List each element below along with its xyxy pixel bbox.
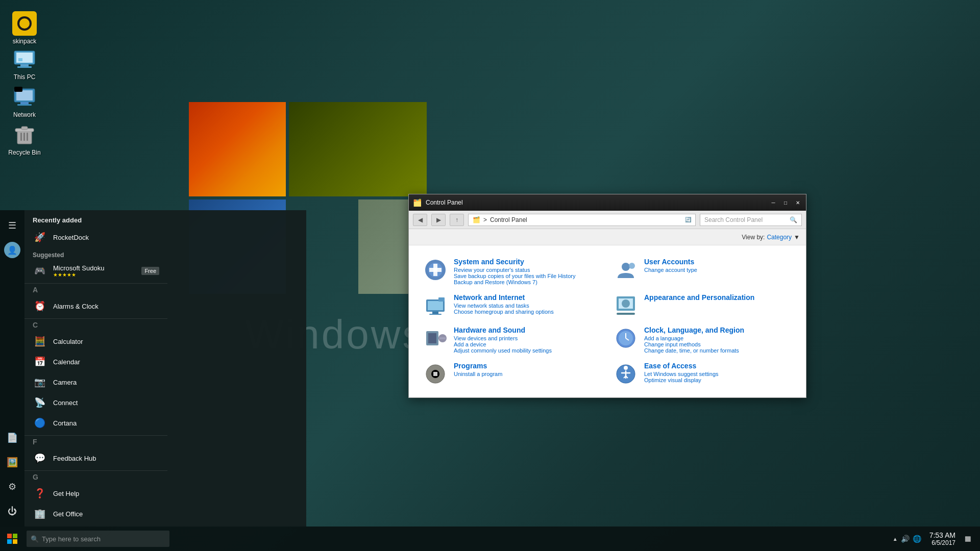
svg-rect-22 [429, 268, 442, 272]
taskbar-volume-icon[interactable]: 🔊 [901, 535, 910, 543]
cp-viewby-chevron[interactable]: ▼ [794, 234, 800, 241]
ease-access-link1[interactable]: Let Windows suggest settings [644, 371, 792, 377]
system-security-link1[interactable]: Review your computer's status [454, 267, 601, 273]
start-app-get-office[interactable]: 🏢 Get Office [24, 504, 167, 524]
desktop-icon-recycle-bin[interactable]: Recycle Bin [4, 120, 45, 158]
get-help-icon: ❓ [33, 486, 47, 500]
start-app-alarms[interactable]: ⏰ Alarms & Clock [24, 296, 167, 316]
programs-title[interactable]: Programs [454, 362, 601, 370]
ease-access-title[interactable]: Ease of Access [644, 362, 792, 370]
hardware-link1[interactable]: View devices and printers [454, 335, 601, 341]
appearance-text: Appearance and Personalization [644, 293, 792, 303]
cp-address-bar[interactable]: 🗂️ > Control Panel 🔄 [468, 214, 696, 226]
taskbar-clock[interactable]: 7:53 AM 6/5/2017 [925, 531, 960, 546]
cp-minimize-button[interactable]: ─ [769, 198, 777, 207]
start-app-feedback[interactable]: 💬 Feedback Hub [24, 448, 167, 468]
hardware-title[interactable]: Hardware and Sound [454, 326, 601, 334]
user-accounts-icon [614, 258, 638, 282]
calendar-label: Calendar [53, 358, 80, 366]
network-title[interactable]: Network and Internet [454, 293, 601, 302]
system-security-link3[interactable]: Backup and Restore (Windows 7) [454, 279, 601, 285]
cp-back-button[interactable]: ◀ [413, 214, 427, 226]
connect-icon: 📡 [33, 395, 47, 410]
hardware-link3[interactable]: Adjust commonly used mobility settings [454, 347, 601, 354]
cp-forward-button[interactable]: ▶ [431, 214, 446, 226]
start-app-connect[interactable]: 📡 Connect [24, 392, 167, 413]
svg-point-2 [19, 18, 30, 29]
alarms-label: Alarms & Clock [53, 303, 99, 310]
hardware-link2[interactable]: Add a device [454, 341, 601, 347]
sudoku-badge: Free [141, 267, 159, 275]
taskbar-network-icon[interactable]: 🌐 [913, 535, 921, 543]
cp-up-button[interactable]: ↑ [450, 214, 464, 226]
start-hamburger-button[interactable]: ☰ [1, 214, 23, 237]
cp-cat-user-accounts[interactable]: User Accounts Change account type [607, 254, 798, 289]
ease-access-link2[interactable]: Optimize visual display [644, 377, 792, 383]
start-app-camera[interactable]: 📷 Camera [24, 372, 167, 392]
svg-rect-18 [27, 133, 28, 141]
start-app-sudoku[interactable]: 🎮 Microsoft Sudoku ★★★★★ Free [24, 261, 167, 281]
cp-maximize-button[interactable]: □ [781, 198, 790, 207]
cp-cat-appearance[interactable]: Appearance and Personalization [607, 289, 798, 322]
svg-rect-10 [20, 102, 29, 104]
cp-cat-hardware[interactable]: Hardware and Sound View devices and prin… [417, 322, 607, 358]
start-documents-icon[interactable]: 📄 [1, 427, 23, 449]
clock-link3[interactable]: Change date, time, or number formats [644, 347, 792, 354]
user-accounts-text: User Accounts Change account type [644, 258, 792, 273]
this-pc-label: This PC [14, 73, 36, 81]
cp-cat-network[interactable]: Network and Internet View network status… [417, 289, 607, 322]
cp-cat-clock[interactable]: Clock, Language, and Region Add a langua… [607, 322, 798, 358]
start-user-icon[interactable]: 👤 [1, 239, 23, 261]
clock-link2[interactable]: Change input methods [644, 341, 792, 347]
start-app-get-help[interactable]: ❓ Get Help [24, 483, 167, 504]
cp-viewby-value[interactable]: Category [767, 234, 792, 241]
taskbar-search[interactable]: 🔍 Type here to search [27, 531, 169, 547]
start-pictures-icon[interactable]: 🖼️ [1, 451, 23, 473]
desktop-icon-this-pc[interactable]: This PC [4, 45, 45, 83]
cp-titlebar: 🗂️ Control Panel ─ □ ✕ [409, 194, 806, 211]
programs-link1[interactable]: Uninstall a program [454, 371, 601, 377]
start-app-groove[interactable]: 🎵 Groove Music [24, 524, 167, 527]
system-security-link2[interactable]: Save backup copies of your files with Fi… [454, 273, 601, 279]
ease-access-icon [614, 362, 638, 386]
taskbar-chevron[interactable]: ▲ [893, 536, 898, 542]
appearance-title[interactable]: Appearance and Personalization [644, 293, 792, 302]
calendar-icon: 📅 [33, 355, 47, 369]
start-app-calculator[interactable]: 🧮 Calculator [24, 331, 167, 352]
svg-rect-11 [17, 104, 32, 106]
user-accounts-link1[interactable]: Change account type [644, 267, 792, 273]
programs-text: Programs Uninstall a program [454, 362, 601, 377]
cp-viewby-bar: View by: Category ▼ [409, 229, 806, 245]
system-security-title[interactable]: System and Security [454, 258, 601, 266]
start-power-icon[interactable]: ⏻ [1, 500, 23, 522]
cp-search-bar[interactable]: Search Control Panel 🔍 [700, 214, 802, 226]
rocketdock-label: RocketDock [53, 234, 89, 241]
cp-cat-system-security[interactable]: System and Security Review your computer… [417, 254, 607, 289]
taskbar-system-icons: ▲ 🔊 🌐 [889, 535, 925, 543]
cp-cat-ease-access[interactable]: Ease of Access Let Windows suggest setti… [607, 358, 798, 390]
start-settings-icon[interactable]: ⚙ [1, 475, 23, 498]
desktop-icon-network[interactable]: Network [4, 83, 45, 120]
rocketdock-icon: 🚀 [33, 230, 47, 244]
cp-toolbar: ◀ ▶ ↑ 🗂️ > Control Panel 🔄 Search Contro… [409, 211, 806, 229]
taskbar-right: ▲ 🔊 🌐 7:53 AM 6/5/2017 ⬜ [889, 527, 980, 551]
desktop-icon-skinpack[interactable]: skinpack [4, 9, 45, 47]
network-link2[interactable]: Choose homegroup and sharing options [454, 309, 601, 315]
taskbar-show-desktop[interactable]: ⬜ [960, 527, 976, 551]
start-app-calendar[interactable]: 📅 Calendar [24, 352, 167, 372]
cp-cat-programs[interactable]: Programs Uninstall a program [417, 358, 607, 390]
svg-rect-27 [432, 312, 438, 314]
cp-title: Control Panel [426, 199, 765, 206]
start-button[interactable] [0, 527, 24, 551]
sudoku-label: Microsoft Sudoku [53, 264, 104, 272]
cp-close-button[interactable]: ✕ [794, 198, 802, 207]
clock-link1[interactable]: Add a language [644, 335, 792, 341]
network-link1[interactable]: View network status and tasks [454, 303, 601, 309]
user-accounts-title[interactable]: User Accounts [644, 258, 792, 266]
clock-title[interactable]: Clock, Language, and Region [644, 326, 792, 334]
alpha-section-f: F [24, 435, 167, 448]
get-help-label: Get Help [53, 490, 79, 497]
cp-content: System and Security Review your computer… [409, 245, 806, 397]
start-app-cortana[interactable]: 🔵 Cortana [24, 413, 167, 433]
start-app-rocketdock[interactable]: 🚀 RocketDock [24, 227, 167, 247]
